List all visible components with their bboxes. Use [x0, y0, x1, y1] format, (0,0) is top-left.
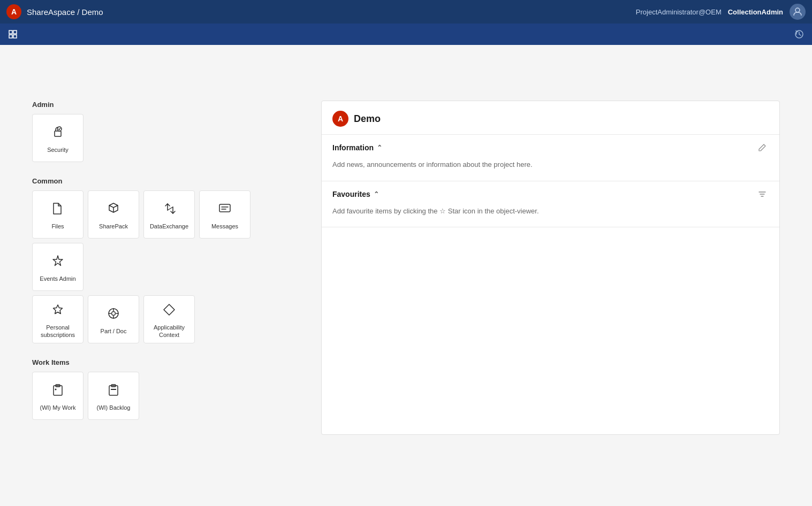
tile-messages-label: Messages [209, 223, 240, 230]
information-edit-button[interactable] [756, 142, 769, 153]
svg-rect-2 [13, 30, 17, 34]
security-icon [48, 122, 67, 142]
nav-user-label: ProjectAdministrator@OEM [636, 8, 722, 16]
left-panel: Admin Security Common [32, 101, 300, 435]
tile-personal-subscriptions[interactable]: Personal subscriptions [32, 295, 84, 343]
tile-eventsadmin[interactable]: Events Admin [32, 243, 84, 291]
tile-partdoc-label: Part / Doc [98, 327, 129, 335]
dataexchange-icon [160, 199, 179, 218]
files-icon [48, 199, 67, 218]
brand-area: A ShareAspace / Demo [6, 4, 103, 19]
main-content: Admin Security Common [0, 90, 812, 446]
partdoc-icon [104, 304, 123, 323]
svg-point-13 [55, 388, 57, 390]
svg-rect-3 [9, 35, 12, 38]
svg-point-0 [795, 8, 800, 12]
information-section-title: Information ⌃ [332, 143, 382, 152]
favourites-section-header: Favourites ⌃ [332, 189, 769, 200]
section-admin-label: Admin [32, 101, 300, 109]
common-tiles-row-1: Files SharePack [32, 190, 300, 291]
history-button[interactable] [791, 26, 808, 43]
admin-tiles-row: Security [32, 114, 300, 162]
nav-collection-label: CollectionAdmin [728, 8, 783, 16]
brand-title: ShareAspace / Demo [27, 7, 103, 17]
tile-eventsadmin-label: Events Admin [37, 275, 78, 282]
tile-dataexchange[interactable]: DataExchange [143, 190, 195, 239]
tile-security[interactable]: Security [32, 114, 84, 162]
mywork-icon [48, 380, 67, 400]
applicability-icon [160, 300, 179, 319]
favourites-actions [756, 189, 769, 200]
common-tiles-row-2: Personal subscriptions Part / Doc [32, 295, 300, 343]
eventsadmin-icon [48, 251, 67, 271]
tile-sharepack[interactable]: SharePack [88, 190, 139, 239]
tile-sharepack-label: SharePack [97, 223, 130, 230]
tile-backlog[interactable]: (WI) Backlog [88, 372, 139, 420]
information-section: Information ⌃ Add news, announcements or… [322, 135, 779, 181]
workitems-tiles-row: (WI) My Work (WI) Backlog [32, 372, 300, 420]
section-common: Common Files [32, 177, 300, 343]
grid-icon [8, 29, 18, 39]
svg-point-10 [112, 311, 116, 315]
user-avatar[interactable] [790, 4, 806, 20]
svg-rect-11 [54, 386, 62, 395]
top-navbar: A ShareAspace / Demo ProjectAdministrato… [0, 0, 812, 24]
tile-security-label: Security [45, 146, 71, 154]
brand-logo-icon: A [6, 4, 21, 19]
backlog-icon [104, 380, 123, 400]
svg-rect-16 [111, 389, 116, 390]
tile-personal-subscriptions-label: Personal subscriptions [33, 324, 83, 339]
tile-mywork[interactable]: (WI) My Work [32, 372, 84, 420]
favourites-body: Add favourite items by clicking the ☆ St… [332, 206, 769, 217]
tile-dataexchange-label: DataExchange [148, 223, 191, 230]
section-workitems: Work Items (WI) My Work [32, 358, 300, 420]
tile-files[interactable]: Files [32, 190, 84, 239]
svg-rect-4 [13, 35, 17, 38]
project-logo-icon: A [332, 111, 348, 127]
tile-applicability-label: Applicability Context [144, 324, 194, 339]
tile-partdoc[interactable]: Part / Doc [88, 295, 139, 343]
grid-toggle-button[interactable] [4, 26, 21, 43]
favourites-section-title: Favourites ⌃ [332, 190, 379, 198]
avatar-icon [793, 7, 802, 17]
right-panel: A Demo Information ⌃ Add news, a [321, 101, 780, 435]
personal-subscriptions-icon [48, 300, 67, 319]
favourites-filter-button[interactable] [756, 189, 769, 200]
tile-messages[interactable]: Messages [199, 190, 251, 239]
tile-files-label: Files [49, 223, 66, 230]
information-chevron-icon[interactable]: ⌃ [377, 144, 382, 151]
section-workitems-label: Work Items [32, 358, 300, 366]
svg-rect-6 [55, 131, 61, 136]
nav-right-area: ProjectAdministrator@OEM CollectionAdmin [636, 4, 806, 20]
section-admin: Admin Security [32, 101, 300, 162]
svg-rect-8 [219, 204, 230, 212]
favourites-chevron-icon[interactable]: ⌃ [374, 190, 379, 198]
project-header: A Demo [322, 101, 779, 135]
messages-icon [215, 199, 234, 218]
information-body: Add news, announcements or information a… [332, 159, 769, 170]
svg-rect-14 [109, 386, 118, 395]
sharepack-icon [104, 199, 123, 218]
information-section-header: Information ⌃ [332, 142, 769, 153]
information-actions [756, 142, 769, 153]
secondary-navbar [0, 24, 812, 45]
svg-rect-1 [9, 30, 12, 34]
project-title: Demo [354, 113, 381, 125]
tile-applicability[interactable]: Applicability Context [143, 295, 195, 343]
favourites-section: Favourites ⌃ Add favourite items by clic… [322, 181, 779, 228]
history-icon [794, 29, 804, 39]
tile-mywork-label: (WI) My Work [37, 404, 78, 411]
section-common-label: Common [32, 177, 300, 185]
tile-backlog-label: (WI) Backlog [95, 404, 133, 411]
